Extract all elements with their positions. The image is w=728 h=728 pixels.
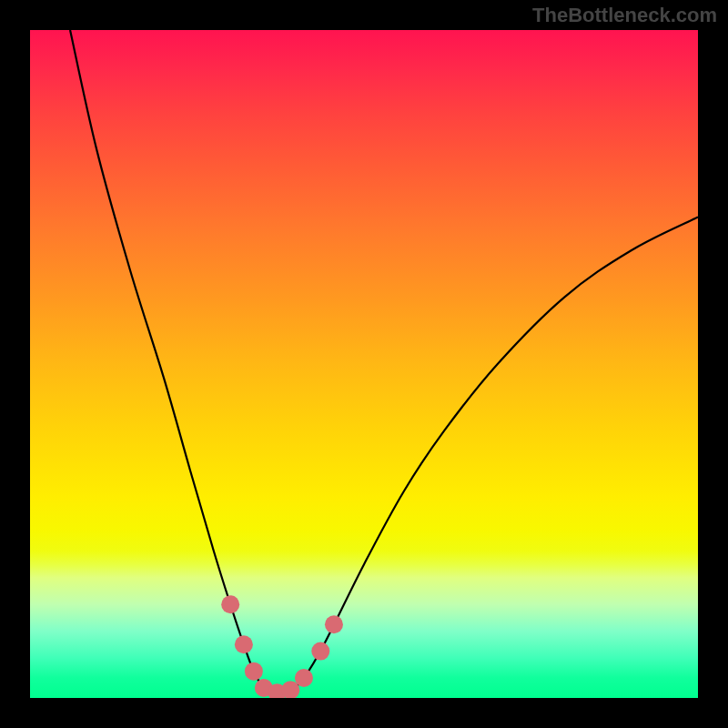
curve-marker	[235, 635, 253, 653]
curve-marker	[221, 595, 239, 613]
attribution-text: TheBottleneck.com	[532, 4, 717, 27]
curve-marker	[325, 615, 343, 633]
plot-area	[30, 30, 698, 698]
bottleneck-curve	[70, 30, 698, 693]
curve-marker	[245, 662, 263, 681]
curve-marker	[311, 642, 329, 661]
curve-marker	[295, 669, 313, 687]
chart-frame: TheBottleneck.com	[0, 0, 728, 728]
curve-layer	[30, 30, 698, 698]
curve-markers	[221, 595, 343, 698]
